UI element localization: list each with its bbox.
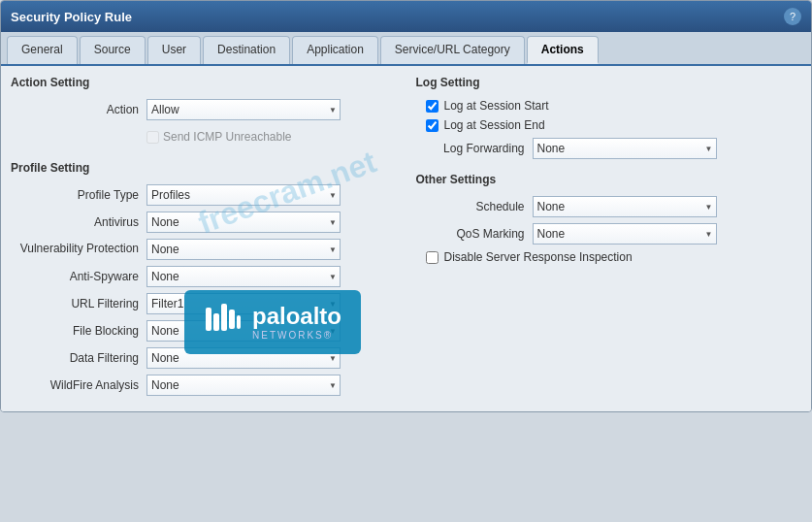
logo-networks: NETWORKS® <box>252 330 341 341</box>
vulnerability-row: Vulnerability Protection None <box>11 239 397 260</box>
disable-inspection-row: Disable Server Response Inspection <box>416 250 802 264</box>
anti-spyware-row: Anti-Spyware None <box>11 266 397 287</box>
log-session-start-label: Log at Session Start <box>444 99 549 113</box>
other-settings-title: Other Settings <box>416 173 802 188</box>
qos-label: QoS Marking <box>416 227 533 241</box>
schedule-row: Schedule None <box>416 196 802 217</box>
vulnerability-select[interactable]: None <box>146 239 341 260</box>
log-session-end-label: Log at Session End <box>444 118 545 132</box>
anti-spyware-label: Anti-Spyware <box>11 270 146 283</box>
qos-select[interactable]: None <box>533 223 717 245</box>
logo-overlay: paloalto NETWORKS® <box>184 290 361 354</box>
antivirus-label: Antivirus <box>11 215 146 229</box>
logo-name: paloalto <box>252 304 341 329</box>
schedule-select[interactable]: None <box>533 196 717 217</box>
tab-user[interactable]: User <box>147 36 201 64</box>
send-icmp-label: Send ICMP Unreachable <box>163 130 292 144</box>
schedule-label: Schedule <box>416 200 533 213</box>
log-session-start-checkbox[interactable] <box>426 100 438 113</box>
vulnerability-select-wrapper[interactable]: None <box>146 239 341 260</box>
main-content: Action Setting Action Allow Send ICMP Un… <box>1 66 811 411</box>
logo-text-group: paloalto NETWORKS® <box>252 304 341 340</box>
log-forwarding-label: Log Forwarding <box>416 142 533 155</box>
tab-general[interactable]: General <box>7 36 78 64</box>
log-session-end-row: Log at Session End <box>416 118 802 132</box>
send-icmp-wrapper: Send ICMP Unreachable <box>146 130 292 144</box>
profile-section: Profile Setting Profile Type Profiles An… <box>11 161 397 396</box>
action-select[interactable]: Allow <box>146 99 341 120</box>
log-forwarding-select[interactable]: None <box>533 138 717 159</box>
profile-type-select[interactable]: Profiles <box>146 184 341 206</box>
wildfire-select[interactable]: None <box>146 375 341 396</box>
action-select-wrapper[interactable]: Allow <box>146 99 341 120</box>
svg-rect-3 <box>229 310 235 329</box>
disable-inspection-checkbox[interactable] <box>426 251 438 264</box>
file-blocking-label: File Blocking <box>11 324 146 338</box>
qos-select-wrapper[interactable]: None <box>533 223 717 245</box>
paloalto-logo-icon <box>204 300 243 339</box>
qos-row: QoS Marking None <box>416 223 802 245</box>
wildfire-label: WildFire Analysis <box>11 378 146 392</box>
svg-rect-2 <box>221 304 227 331</box>
tabs-bar: General Source User Destination Applicat… <box>1 32 811 66</box>
tab-source[interactable]: Source <box>80 36 146 64</box>
svg-rect-4 <box>237 315 241 329</box>
vulnerability-label: Vulnerability Protection <box>11 242 146 257</box>
tab-actions[interactable]: Actions <box>527 36 599 64</box>
svg-rect-0 <box>206 308 211 331</box>
antivirus-row: Antivirus None <box>11 212 397 233</box>
antivirus-select-wrapper[interactable]: None <box>146 212 341 233</box>
tab-destination[interactable]: Destination <box>203 36 290 64</box>
action-row: Action Allow <box>11 99 397 120</box>
profile-type-row: Profile Type Profiles <box>11 184 397 206</box>
log-forwarding-row: Log Forwarding None <box>416 138 802 159</box>
antivirus-select[interactable]: None <box>146 212 341 233</box>
anti-spyware-select[interactable]: None <box>146 266 341 287</box>
svg-rect-1 <box>213 313 219 331</box>
wildfire-row: WildFire Analysis None <box>11 375 397 396</box>
title-bar: Security Policy Rule ? <box>1 1 811 32</box>
profile-type-select-wrapper[interactable]: Profiles <box>146 184 341 206</box>
action-label: Action <box>11 103 146 116</box>
logo-icon <box>204 300 243 344</box>
anti-spyware-select-wrapper[interactable]: None <box>146 266 341 287</box>
right-panel: Log Setting Log at Session Start Log at … <box>416 76 802 402</box>
log-session-start-row: Log at Session Start <box>416 99 802 113</box>
tab-service-url[interactable]: Service/URL Category <box>380 36 525 64</box>
log-session-end-checkbox[interactable] <box>426 119 438 132</box>
help-button[interactable]: ? <box>784 8 801 25</box>
wildfire-select-wrapper[interactable]: None <box>146 375 341 396</box>
profile-setting-title: Profile Setting <box>11 161 397 177</box>
log-forwarding-select-wrapper[interactable]: None <box>533 138 717 159</box>
window-title: Security Policy Rule <box>11 10 132 24</box>
other-settings-section: Other Settings Schedule None QoS Marking <box>416 173 802 264</box>
log-setting-title: Log Setting <box>416 76 802 91</box>
data-filtering-label: Data Filtering <box>11 351 146 365</box>
send-icmp-row: Send ICMP Unreachable <box>11 126 397 147</box>
tab-application[interactable]: Application <box>292 36 378 64</box>
schedule-select-wrapper[interactable]: None <box>533 196 717 217</box>
action-setting-title: Action Setting <box>11 76 397 91</box>
disable-inspection-label: Disable Server Response Inspection <box>444 250 633 264</box>
profile-type-label: Profile Type <box>11 188 146 202</box>
url-filtering-label: URL Filtering <box>11 297 146 310</box>
send-icmp-checkbox <box>146 131 159 144</box>
